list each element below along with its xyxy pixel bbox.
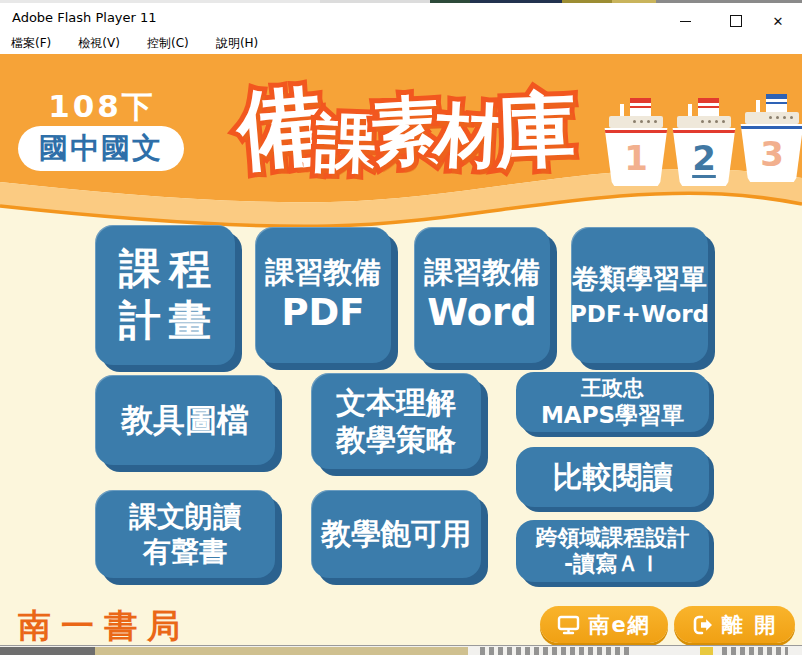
maximize-button[interactable] <box>719 9 753 33</box>
button-label-line: 比較閱讀 <box>553 458 673 496</box>
exit-label: 離 開 <box>722 611 777 639</box>
window-title: Adobe Flash Player 11 <box>12 10 157 25</box>
flash-content: 108下 國中國文 備 課 素 材 庫 1 2 <box>0 54 802 645</box>
title-char: 庫 <box>494 77 578 188</box>
button-course-plan[interactable]: 課程 計畫 <box>95 225 235 365</box>
ship-volume-2[interactable]: 2 <box>672 98 736 190</box>
flash-player-window: Adobe Flash Player 11 ✕ 檔案(F) 檢視(V) 控制(C… <box>0 0 802 655</box>
exit-arrow-icon <box>692 615 714 635</box>
ship-volume-1[interactable]: 1 <box>604 98 668 190</box>
ship-hull: 1 <box>604 128 668 186</box>
monitor-icon <box>557 615 580 635</box>
menu-file[interactable]: 檔案(F) <box>0 32 62 54</box>
ship-deck <box>609 116 663 128</box>
subject-badge: 國中國文 <box>18 126 184 171</box>
exit-button[interactable]: 離 開 <box>674 606 795 643</box>
close-icon: ✕ <box>773 15 784 28</box>
button-label-line: 課程 <box>119 243 219 296</box>
page-title: 備 課 素 材 庫 <box>212 60 602 200</box>
menu-view[interactable]: 檢視(V) <box>67 32 131 54</box>
button-label-line: 課習教備 <box>424 254 540 290</box>
button-label-line: 計畫 <box>119 295 219 348</box>
button-label-line: -讀寫ＡＩ <box>564 551 661 577</box>
minimize-icon <box>680 21 691 22</box>
ship-number: 1 <box>624 141 648 175</box>
button-teaching-bao-usable[interactable]: 教學飽可用 <box>311 490 481 578</box>
button-label-line: 跨領域課程設計 <box>536 525 690 551</box>
ship-funnel <box>630 98 651 116</box>
button-label-line: 教具圖檔 <box>121 400 249 440</box>
button-lesson-materials-word[interactable]: 課習教備 Word <box>414 227 550 363</box>
button-worksheets-pdf-word[interactable]: 卷類學習單 PDF+Word <box>571 227 708 363</box>
button-label-line: Word <box>427 290 537 336</box>
ship-funnel <box>698 98 719 116</box>
button-label-line: 卷類學習單 <box>572 262 707 296</box>
button-lesson-materials-pdf[interactable]: 課習教備 PDF <box>255 227 391 363</box>
background-window-sliver-bottom <box>0 645 802 655</box>
button-label-line: PDF <box>281 290 364 336</box>
button-label-line: 教學策略 <box>336 421 456 459</box>
button-label-line: 有聲書 <box>143 534 227 569</box>
ship-deck <box>677 116 731 128</box>
button-label-line: 課文朗讀 <box>129 499 241 534</box>
button-label-line: 王政忠 <box>581 375 644 401</box>
menu-help[interactable]: 說明(H) <box>205 32 269 54</box>
button-maps-worksheets[interactable]: 王政忠 MAPS學習單 <box>516 372 709 432</box>
button-teaching-aid-images[interactable]: 教具圖檔 <box>95 375 275 465</box>
semester-label: 108下 <box>20 86 184 128</box>
minimize-button[interactable] <box>668 9 702 33</box>
button-text-audio-books[interactable]: 課文朗讀 有聲書 <box>95 490 275 578</box>
ship-hull: 2 <box>672 128 736 186</box>
button-cross-domain-reading-writing-ai[interactable]: 跨領域課程設計 -讀寫ＡＩ <box>516 520 709 582</box>
ship-hull: 3 <box>740 124 802 182</box>
button-text-comprehension-strategies[interactable]: 文本理解 教學策略 <box>311 373 481 469</box>
maximize-icon <box>730 15 742 27</box>
ship-number: 3 <box>760 137 784 171</box>
button-label-line: 課習教備 <box>265 254 381 290</box>
button-comparative-reading[interactable]: 比較閱讀 <box>516 447 709 507</box>
ship-deck <box>745 112 799 124</box>
button-label-line: 教學飽可用 <box>321 515 471 553</box>
menu-control[interactable]: 控制(C) <box>136 32 200 54</box>
nan-e-net-label: 南e網 <box>588 611 650 639</box>
button-label-line: PDF+Word <box>570 300 709 329</box>
button-label-line: MAPS學習單 <box>541 401 684 430</box>
titlebar[interactable]: Adobe Flash Player 11 ✕ <box>0 3 802 32</box>
publisher-logo: 南一書局 <box>18 604 190 645</box>
ship-volume-3[interactable]: 3 <box>740 94 802 186</box>
menubar: 檔案(F) 檢視(V) 控制(C) 說明(H) <box>0 32 802 54</box>
close-button[interactable]: ✕ <box>761 9 795 33</box>
ship-number: 2 <box>692 141 716 175</box>
button-label-line: 文本理解 <box>336 384 456 422</box>
ship-funnel <box>766 94 787 112</box>
nan-e-net-button[interactable]: 南e網 <box>540 606 668 643</box>
